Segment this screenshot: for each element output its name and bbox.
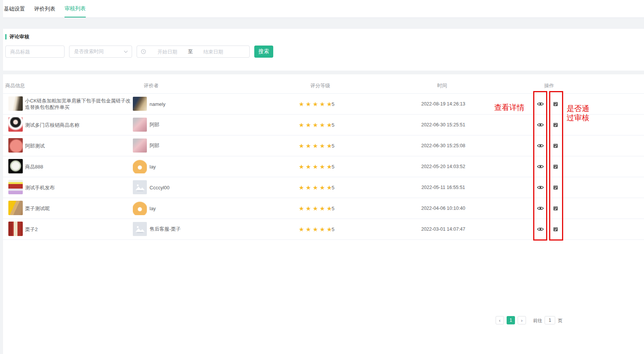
approve-audit-button[interactable]	[551, 204, 560, 213]
eye-icon	[537, 164, 544, 169]
tab-audit-list[interactable]: 审核列表	[65, 0, 86, 17]
product-image	[8, 159, 23, 173]
product-image	[8, 117, 23, 132]
approve-audit-button[interactable]	[551, 120, 560, 129]
reviewer-name: 售后客服-栗子	[150, 226, 181, 233]
product-title: 商品888	[25, 163, 134, 170]
view-details-button[interactable]	[536, 141, 545, 150]
reviewer-name: 阿部	[150, 121, 159, 128]
rating-stars: ★★★★★	[299, 100, 334, 107]
rating-stars: ★★★★★	[299, 205, 334, 212]
product-image	[8, 222, 23, 236]
rating-stars: ★★★★★	[299, 121, 334, 128]
table-row: 测试手机发布 Ccccyl00 ★★★★★ 5 2022-05-11 16:55…	[3, 177, 644, 198]
approve-audit-button[interactable]	[551, 141, 560, 150]
chevron-down-icon	[124, 50, 128, 53]
product-image	[8, 96, 23, 111]
approve-audit-button[interactable]	[551, 99, 560, 109]
rating-value: 5	[332, 205, 334, 211]
reviewer-name: Ccccyl00	[150, 184, 170, 190]
approve-audit-button[interactable]	[551, 183, 560, 192]
pagination-page-1[interactable]: 1	[507, 316, 515, 324]
col-header-time: 时间	[437, 82, 447, 89]
eye-icon	[537, 102, 544, 106]
table-row: 小CK链条加粗加宽单肩腋下包手提包金属链子改造替换包包配件单买 namely ★…	[3, 93, 644, 115]
tab-review-list[interactable]: 评价列表	[34, 0, 55, 17]
filter-row: 是否搜索时间 至 搜索	[5, 46, 273, 58]
pagination-next-button[interactable]: ›	[518, 316, 526, 324]
filter-panel: 评论审核 是否搜索时间 至 搜索	[3, 29, 644, 71]
check-square-icon	[553, 101, 558, 107]
rating-stars: ★★★★★	[299, 225, 334, 233]
rating-value: 5	[332, 122, 334, 127]
eye-icon	[537, 123, 544, 127]
view-details-button[interactable]	[536, 99, 545, 109]
search-time-select[interactable]: 是否搜索时间	[69, 46, 132, 58]
product-image	[8, 138, 23, 153]
rating-value: 5	[332, 143, 334, 148]
review-time: 2022-04-06 10:10:40	[417, 206, 470, 211]
reviewer-avatar	[133, 118, 147, 132]
check-square-icon	[553, 206, 558, 211]
table-row: 栗子2 售后客服-栗子 ★★★★★ 5 2022-03-01 14:07:47	[3, 219, 644, 240]
rating-stars: ★★★★★	[299, 184, 334, 191]
check-square-icon	[553, 143, 558, 148]
col-header-action: 操作	[544, 82, 554, 89]
table-row: 阿部测试 阿部 ★★★★★ 5 2022-06-30 15:25:08	[3, 135, 644, 156]
check-square-icon	[553, 164, 558, 169]
col-header-product: 商品信息	[5, 82, 25, 89]
clock-icon	[141, 49, 146, 54]
product-title: 小CK链条加粗加宽单肩腋下包手提包金属链子改造替换包包配件单买	[25, 98, 134, 110]
rating-value: 5	[332, 226, 334, 232]
eye-icon	[537, 206, 544, 211]
reviewer-name: 阿部	[150, 142, 159, 149]
start-date-input[interactable]	[148, 49, 186, 55]
approve-audit-button[interactable]	[551, 225, 560, 234]
reviewer-avatar	[133, 180, 147, 194]
chevron-right-icon: ›	[521, 318, 523, 323]
reviewer-avatar	[133, 97, 147, 111]
date-range-picker[interactable]: 至	[137, 46, 250, 58]
tab-basic-settings[interactable]: 基础设置	[4, 0, 25, 17]
view-details-button[interactable]	[536, 120, 545, 129]
review-time: 2022-03-01 14:07:47	[417, 227, 470, 232]
product-image	[8, 201, 23, 215]
chevron-left-icon: ‹	[499, 318, 501, 323]
reviewer-avatar	[133, 201, 147, 215]
tabs: 基础设置 评价列表 审核列表	[3, 0, 644, 17]
reviewer-name: namely	[150, 101, 165, 107]
end-date-input[interactable]	[194, 49, 232, 55]
image-placeholder-icon	[135, 225, 145, 233]
search-button[interactable]: 搜索	[254, 46, 273, 58]
eye-icon	[537, 227, 544, 231]
view-details-button[interactable]	[536, 162, 545, 171]
table-row: 栗子测试呢 lay ★★★★★ 5 2022-04-06 10:10:40	[3, 198, 644, 219]
audit-table: 商品信息 评价者 评分等级 时间 操作 小CK链条加粗加宽单肩腋下包手提包金属链…	[3, 74, 644, 354]
date-range-separator: 至	[186, 48, 194, 55]
check-square-icon	[553, 185, 558, 190]
reviewer-avatar	[133, 222, 147, 236]
view-details-button[interactable]	[536, 225, 545, 234]
product-title: 栗子测试呢	[25, 205, 134, 211]
reviewer-avatar	[133, 159, 147, 173]
review-time: 2022-06-30 15:25:08	[417, 143, 470, 148]
review-time: 2022-05-11 16:55:51	[417, 185, 470, 190]
reviewer-avatar	[133, 138, 147, 153]
view-details-button[interactable]	[536, 183, 545, 192]
review-time: 2022-05-20 14:03:52	[417, 164, 470, 169]
table-header: 商品信息 评价者 评分等级 时间 操作	[3, 74, 644, 94]
pagination-goto-input[interactable]	[545, 316, 555, 324]
table-row: 商品888 lay ★★★★★ 5 2022-05-20 14:03:52	[3, 156, 644, 177]
check-square-icon	[553, 227, 558, 232]
approve-audit-button[interactable]	[551, 162, 560, 171]
image-placeholder-icon	[135, 183, 145, 192]
pagination: ‹ 1 › 前往 页	[3, 316, 644, 325]
product-title-input[interactable]	[5, 46, 65, 58]
section-title-accent-bar	[5, 34, 6, 39]
review-time: 2022-06-30 15:25:51	[417, 122, 470, 127]
product-title: 栗子2	[25, 226, 134, 232]
view-details-button[interactable]	[536, 204, 545, 213]
eye-icon	[537, 143, 544, 148]
eye-icon	[537, 185, 544, 190]
pagination-prev-button[interactable]: ‹	[496, 316, 504, 324]
